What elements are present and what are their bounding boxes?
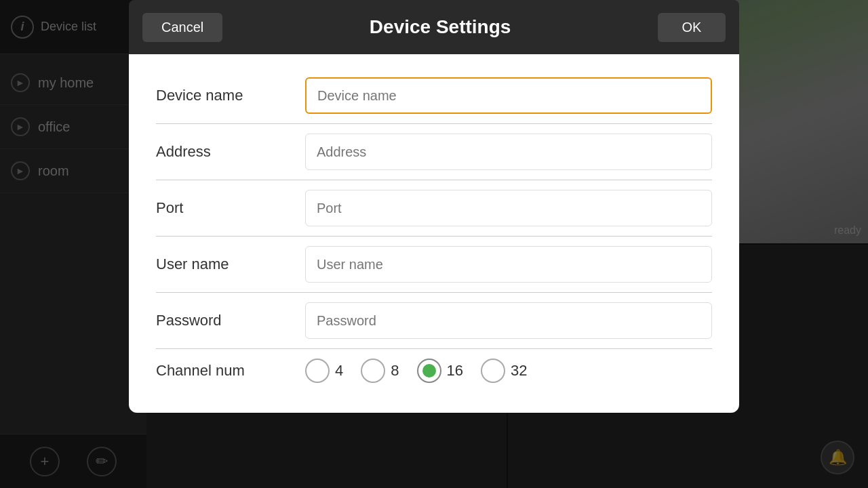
dialog-title: Device Settings [222,16,658,38]
channel-num-label: Channel num [156,362,305,380]
radio-circle-32 [481,359,505,383]
port-input[interactable] [305,190,712,226]
dialog-titlebar: Cancel Device Settings OK [129,0,739,54]
channel-label-16: 16 [447,362,463,380]
radio-circle-8 [361,359,385,383]
password-label: Password [156,312,305,329]
radio-circle-16 [417,359,441,383]
radio-circle-4 [305,359,330,383]
channel-option-8[interactable]: 8 [361,359,410,383]
channel-option-4[interactable]: 4 [305,359,354,383]
cancel-button[interactable]: Cancel [142,13,222,42]
user-name-row: User name [156,237,712,293]
address-input[interactable] [305,134,712,170]
ok-button[interactable]: OK [658,13,726,42]
channel-label-32: 32 [511,362,527,380]
channel-options: 4 8 16 32 [305,359,538,383]
dialog-body: Device name Address Port User name Passw… [129,54,739,413]
password-row: Password [156,293,712,349]
channel-num-row: Channel num 4 8 16 32 [156,349,712,392]
user-name-label: User name [156,256,305,273]
password-input[interactable] [305,302,712,339]
device-name-label: Device name [156,87,305,104]
device-name-input[interactable] [305,77,712,114]
channel-label-4: 4 [335,362,343,380]
address-label: Address [156,143,305,161]
port-label: Port [156,199,305,217]
port-row: Port [156,180,712,237]
channel-label-8: 8 [391,362,399,380]
device-name-row: Device name [156,68,712,124]
channel-option-16[interactable]: 16 [417,359,474,383]
address-row: Address [156,124,712,180]
channel-option-32[interactable]: 32 [481,359,538,383]
user-name-input[interactable] [305,246,712,283]
dialog-wrapper: Cancel Device Settings OK Device name Ad… [0,0,868,488]
